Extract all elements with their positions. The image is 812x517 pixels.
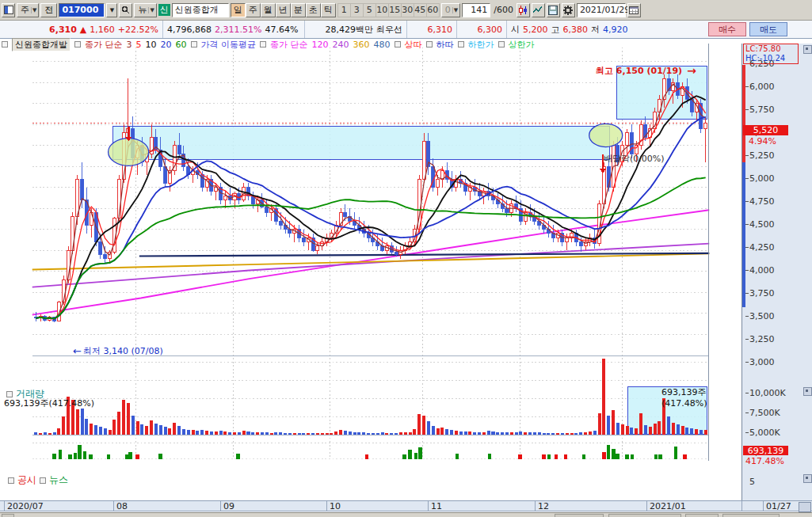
date-tick-mark (646, 501, 647, 511)
code-dropdown-button[interactable]: ▼ (106, 3, 117, 17)
bottom-status-strip (0, 512, 812, 517)
axis-tick-mark (745, 155, 749, 156)
period-button-group: 일주월년분초틱 (231, 3, 336, 17)
tick-count-select: 0▼ (441, 3, 460, 17)
period-button-틱[interactable]: 틱 (321, 3, 336, 17)
volume-cell: 4,796,868 2,311.51% 47.64% (163, 21, 305, 38)
period-button-년[interactable]: 년 (276, 3, 291, 17)
high-price: 6,380 (563, 25, 589, 35)
window-icon[interactable] (2, 3, 15, 17)
axis-tick-mark (745, 432, 749, 433)
annotation-low: ← 최저 3,140 (07/08) (73, 345, 163, 357)
date-tick-mark (535, 501, 536, 511)
collapse-volume-pane-button[interactable] (803, 387, 812, 396)
date-tick-label: 2021/01 (650, 501, 686, 511)
price-range-bar-down (742, 162, 745, 307)
price-tick-label: 4,500 (749, 219, 775, 230)
save-button[interactable] (547, 3, 560, 17)
disclosure-label: 공시 (17, 473, 36, 487)
candle-style-button[interactable] (517, 3, 530, 17)
date-axis: 2020/0708091011122021/0101/27 (0, 500, 812, 511)
chart-type-label: 주 (21, 4, 29, 16)
scroll-corner-button[interactable] (799, 502, 811, 512)
axis-tick-mark (745, 393, 749, 393)
line-style-button[interactable] (532, 3, 545, 17)
minute-button-45[interactable]: 45 (414, 4, 426, 17)
minute-button-30[interactable]: 30 (401, 4, 414, 17)
date-tick-label: 09 (223, 501, 234, 511)
minute-button-3[interactable]: 3 (350, 4, 363, 17)
news-select[interactable]: 뉴▼ (134, 3, 156, 17)
current-volume-pct: 417.48% (745, 456, 784, 466)
sell-button[interactable]: 매도 (749, 22, 787, 36)
date-tick-label: 08 (116, 501, 128, 511)
minute-button-15[interactable]: 15 (388, 4, 401, 17)
period-button-일[interactable]: 일 (231, 3, 246, 17)
price-tick-label: 4,750 (749, 196, 775, 207)
buy-button[interactable]: 매수 (708, 22, 746, 36)
calendar-button[interactable] (627, 3, 641, 17)
news-axis-label: 5 (749, 477, 755, 487)
stock-name-field[interactable]: 신원종합개 (172, 3, 229, 17)
status-stub (555, 514, 604, 517)
minute-button-60[interactable]: 60 (426, 4, 439, 17)
stock-code-input[interactable]: 017000 (59, 3, 105, 17)
volume-bars (34, 359, 707, 435)
status-stub (608, 514, 681, 517)
date-tick-label: 2020/07 (7, 501, 44, 511)
traded-volume: 4,796,868 (167, 25, 212, 35)
current-volume-marker: 693,139 (743, 446, 788, 455)
pane-frame (32, 44, 709, 461)
best-ask-cell: 6,310 (407, 21, 457, 38)
date-input[interactable]: 2021/01/29 (577, 3, 626, 17)
axis-tick-mark (745, 316, 749, 317)
current-price-marker: 5,520 (743, 125, 788, 135)
traded-value: 28,429백만 (326, 24, 374, 36)
settings-button[interactable] (562, 3, 575, 17)
chevron-down-icon: ▼ (110, 7, 114, 13)
minute-button-5[interactable]: 5 (363, 4, 376, 17)
period-button-분[interactable]: 분 (291, 3, 306, 17)
axis-tick-mark (745, 339, 749, 340)
collapse-news-pane-button[interactable] (803, 474, 812, 483)
low-annotation-text: 최저 3,140 (07/08) (83, 345, 163, 357)
up-arrow-icon: ▲ (80, 25, 86, 35)
status-stub (2, 514, 14, 517)
period-button-주[interactable]: 주 (246, 3, 261, 17)
axis-tick-mark (745, 362, 749, 363)
axis-tick-mark (745, 293, 749, 294)
pane-bullet-icon (6, 391, 13, 397)
price-tick-label: 4,250 (749, 242, 775, 253)
collapse-main-pane-button[interactable] (803, 45, 812, 54)
period-button-월[interactable]: 월 (261, 3, 276, 17)
chart-canvas[interactable] (0, 44, 741, 500)
minute-button-10[interactable]: 10 (376, 4, 388, 17)
pane-bullet-icon (40, 477, 46, 484)
stock-badge: 신 (158, 4, 170, 16)
gear-icon (563, 6, 573, 15)
high-annotation-text: 최고 6,150 (01/19) (596, 65, 682, 77)
price-tick-label: 4,000 (749, 265, 775, 276)
price-tick-label: 3,250 (749, 334, 775, 344)
hc-value: HC:-10.24 (745, 54, 798, 63)
volume-tick-label: 7,500K (749, 408, 780, 418)
volume-ratio: 2,311.51% (215, 25, 261, 35)
value-cell: 28,429백만 최우선 (305, 21, 407, 38)
price-cell: 6,310 ▲ 1,160 +22.52% (0, 21, 163, 38)
candle-style-icon (518, 6, 528, 15)
axis-tick-mark (745, 247, 749, 248)
date-tick-mark (4, 501, 5, 511)
minute-button-1[interactable]: 1 (337, 4, 350, 17)
current-price-pct: 4.94% (749, 136, 776, 146)
prev-stock-button[interactable]: 전 (40, 3, 57, 17)
price-tick-label: 6,000 (749, 82, 775, 92)
chevron-down-icon: ▼ (31, 7, 37, 13)
save-icon (548, 6, 558, 15)
chart-type-select[interactable]: 주▼ (17, 3, 39, 17)
status-stub (722, 514, 780, 517)
pane-bullet-icon (8, 477, 14, 484)
period-button-초[interactable]: 초 (306, 3, 321, 17)
line-style-icon (533, 6, 543, 15)
candle-count-input[interactable]: 141 (462, 3, 490, 17)
search-button[interactable] (119, 3, 132, 17)
